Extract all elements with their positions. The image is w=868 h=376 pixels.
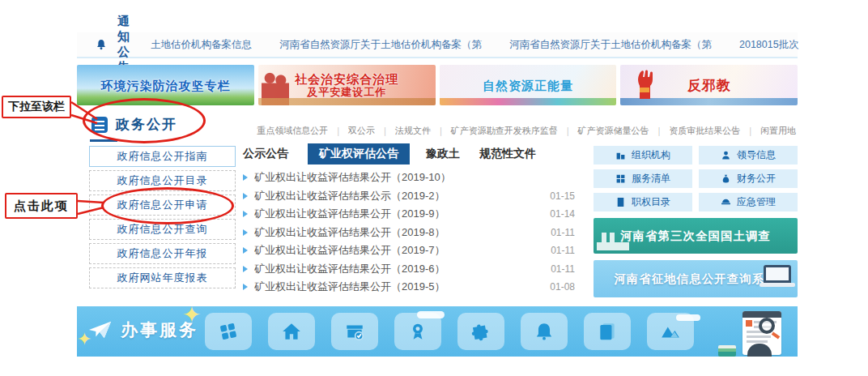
quick-link-emergency[interactable]: 应急管理 — [699, 193, 798, 212]
banner-natural-resources[interactable]: 自然资源正能量 — [440, 65, 617, 105]
list-item[interactable]: 矿业权出让收益评估结果公开（2019-10） — [243, 169, 575, 187]
service-buttons — [205, 313, 694, 350]
triangle-bullet-icon — [243, 284, 248, 290]
section-link[interactable]: 矿产资源储量公告 — [577, 126, 649, 135]
notice-link[interactable]: 河南省自然资源厅关于土地估价机构备案（第 — [279, 38, 482, 52]
service-button-puzzle[interactable] — [457, 313, 504, 350]
triangle-bullet-icon — [243, 229, 248, 236]
list-item[interactable]: 矿业权出让收益评估结果公开（2019-9） 01-14 — [243, 205, 575, 224]
service-button-mountains[interactable] — [647, 313, 694, 350]
news-date: 01-08 — [550, 281, 575, 293]
news-title[interactable]: 矿业权出让收益评估结果公开（2019-6） — [254, 262, 551, 276]
quick-links: 组织机构 领导信息 服务清单 财务公开 职权目录 应急管理 — [594, 146, 798, 212]
quick-link-label: 领导信息 — [737, 148, 776, 162]
banner-land-survey[interactable]: 河南省第三次全国国土调查 — [594, 218, 798, 254]
person-icon — [721, 150, 731, 160]
service-button-archive[interactable] — [331, 313, 378, 350]
banner-anti-cult[interactable]: 反邪教 — [620, 65, 798, 105]
section-link[interactable]: 闲置用地 — [760, 126, 796, 135]
notice-link[interactable]: 土地估价机构备案信息 — [151, 38, 252, 52]
news-title[interactable]: 矿业权出让收益评估结果公开（2019-5） — [254, 280, 550, 294]
separator: ｜ — [381, 126, 389, 135]
annotation-pull-down: 下拉至该栏 — [2, 96, 71, 118]
book-icon — [597, 321, 618, 342]
sidebar-item-catalog[interactable]: 政府信息公开目录 — [89, 170, 236, 191]
books-shape — [718, 345, 736, 357]
banner-label: 河南省第三次全国国土调查 — [620, 229, 771, 244]
list-item[interactable]: 矿业权出让收益评估结果公开（2019-7） 01-11 — [243, 241, 575, 260]
service-button-home[interactable] — [268, 313, 315, 350]
list-item[interactable]: 矿业权出让收益评估结果公开（2019-8） 01-11 — [243, 224, 575, 242]
banner-environment[interactable]: 环境污染防治攻坚专栏 — [77, 65, 254, 105]
quick-link-authority-catalog[interactable]: 职权目录 — [594, 193, 692, 212]
news-date: 01-15 — [550, 190, 575, 202]
fist-icon — [633, 68, 654, 99]
service-button-apps[interactable] — [205, 313, 252, 350]
separator: ｜ — [746, 126, 755, 135]
banner-land-acquisition-query[interactable]: 河南省征地信息公开查询系统 — [594, 260, 798, 297]
news-title[interactable]: 矿业权出让收益评估结果公开（2019-10） — [254, 170, 575, 185]
news-date: 01-11 — [551, 227, 575, 238]
moneybag-icon — [721, 173, 731, 184]
quick-link-leadership[interactable]: 领导信息 — [699, 146, 798, 164]
section-link[interactable]: 法规文件 — [395, 126, 431, 135]
sidebar-item-apply[interactable]: 政府信息公开申请 — [89, 194, 236, 216]
paper-plane-icon — [88, 319, 113, 340]
notice-link[interactable]: 2018015批次 — [739, 38, 799, 52]
news-title[interactable]: 矿业权出让收益评估结果公开（2019-9） — [254, 207, 550, 221]
triangle-bullet-icon — [243, 247, 248, 254]
list-item[interactable]: 矿业权出让收益评估结果公示（2019-2） 01-15 — [243, 187, 575, 206]
grid-icon — [615, 173, 626, 184]
section-link[interactable]: 重点领域信息公开 — [257, 126, 328, 135]
building-icon — [615, 150, 626, 160]
notice-link[interactable]: 河南省自然资源厅关于土地估价机构备案（第 — [509, 38, 712, 52]
section-link[interactable]: 资质审批结果公告 — [669, 126, 740, 135]
tab-public-notice[interactable]: 公示公告 — [243, 147, 288, 161]
quick-link-label: 组织机构 — [632, 148, 670, 162]
helmet-icon — [721, 197, 731, 207]
document-icon — [615, 197, 626, 207]
triangle-bullet-icon — [243, 211, 248, 217]
news-date: 01-11 — [551, 245, 575, 256]
banner-label: 反邪教 — [687, 79, 731, 92]
quick-link-organization[interactable]: 组织机构 — [594, 146, 692, 164]
quick-link-label: 应急管理 — [737, 195, 776, 209]
news-date: 01-11 — [551, 263, 575, 275]
search-document-illustration — [718, 310, 793, 357]
sidebar-item-website-report[interactable]: 政府网站年度报表 — [89, 267, 236, 288]
service-bar-title: 办事服务 — [121, 318, 198, 341]
service-button-book[interactable] — [584, 313, 631, 350]
quick-link-finance[interactable]: 财务公开 — [699, 169, 798, 188]
banner-label: 自然资源正能量 — [483, 79, 573, 92]
news-title[interactable]: 矿业权出让收益评估结果公示（2019-2） — [254, 189, 550, 203]
banner-label: 社会治安综合治理 — [295, 72, 398, 86]
banner-public-security[interactable]: 社会治安综合治理 及平安建设工作 — [258, 65, 436, 105]
service-button-medal[interactable] — [394, 313, 441, 350]
sidebar-item-annual-report[interactable]: 政府信息公开年报 — [89, 243, 236, 264]
quick-link-service-list[interactable]: 服务清单 — [594, 169, 692, 188]
top-banner-row: 环境污染防治攻坚专栏 社会治安综合治理 及平安建设工作 自然资源正能量 反邪教 — [77, 65, 798, 105]
section-links: 重点领域信息公开｜双公示｜法规文件｜矿产资源勘查开发秩序监督｜矿产资源储量公告｜… — [257, 125, 796, 137]
quick-link-label: 财务公开 — [737, 172, 776, 186]
triangle-bullet-icon — [243, 174, 248, 181]
section-link[interactable]: 矿产资源勘查开发秩序监督 — [451, 126, 558, 135]
list-item[interactable]: 矿业权出让收益评估结果公开（2019-6） 01-11 — [243, 260, 575, 279]
sidebar-item-query[interactable]: 政府信息公开查询 — [89, 219, 236, 240]
tab-mining-rights-valuation[interactable]: 矿业权评估公告 — [308, 143, 410, 164]
banner-label: 及平安建设工作 — [307, 86, 386, 98]
apps-icon — [218, 321, 239, 342]
annotation-click-this: 点击此项 — [5, 193, 78, 219]
tab-normative-documents[interactable]: 规范性文件 — [479, 147, 536, 161]
triangle-bullet-icon — [243, 266, 248, 272]
title-underline — [90, 139, 117, 142]
list-item[interactable]: 矿业权出让收益评估结果公开（2019-5） 01-08 — [243, 278, 575, 297]
news-title[interactable]: 矿业权出让收益评估结果公开（2019-8） — [254, 225, 551, 240]
news-title[interactable]: 矿业权出让收益评估结果公开（2019-7） — [254, 243, 551, 258]
medal-icon — [407, 321, 428, 342]
section-link[interactable]: 双公示 — [348, 126, 375, 135]
tab-yuzhengtu[interactable]: 豫政土 — [426, 147, 460, 161]
sidebar-item-guide[interactable]: 政府信息公开指南 — [89, 146, 236, 167]
bell-icon — [534, 321, 555, 342]
service-button-notice[interactable] — [521, 313, 568, 350]
separator: ｜ — [436, 126, 445, 135]
